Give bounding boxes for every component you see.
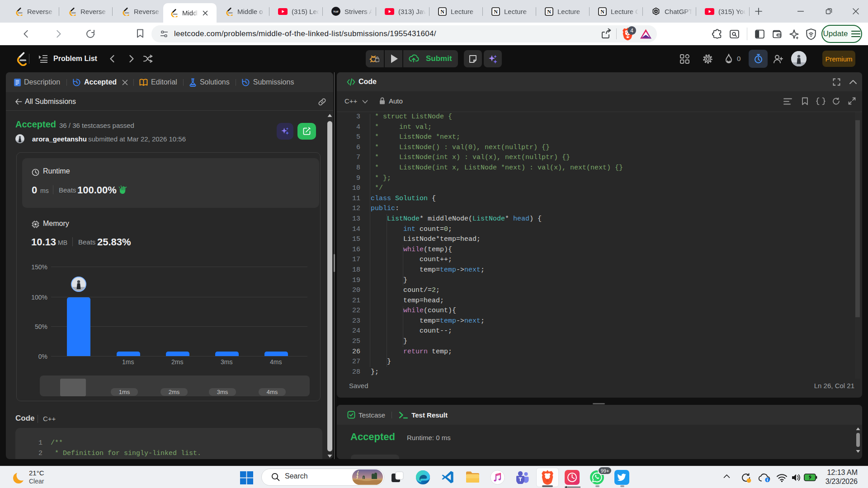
svg-text:N: N — [494, 9, 498, 15]
svg-text:N: N — [547, 9, 551, 15]
svg-text:N: N — [440, 9, 444, 15]
svg-text:N: N — [600, 9, 604, 15]
svg-text:TUF: TUF — [333, 10, 339, 13]
